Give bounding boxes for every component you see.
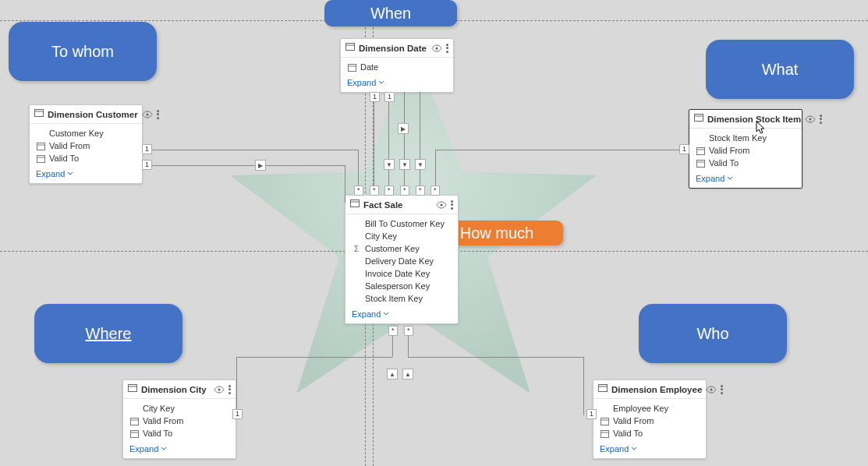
cardinality-one: 1: [232, 409, 243, 419]
svg-rect-19: [351, 200, 360, 207]
pill-label: When: [370, 5, 411, 23]
relationship-line[interactable]: [420, 92, 420, 195]
relationship-line[interactable]: [143, 165, 345, 166]
field-row: Valid To: [123, 427, 236, 440]
table-dimension-stock-item[interactable]: Dimension Stock Item Stock Item Key Vali…: [689, 109, 802, 189]
chevron-down-icon: [383, 311, 389, 317]
table-icon: [128, 383, 137, 395]
table-title: Dimension City: [141, 385, 210, 394]
field-row: Σ Customer Key: [345, 242, 458, 255]
field-label: City Key: [143, 404, 175, 413]
visibility-icon[interactable]: [436, 201, 447, 209]
field-row: Valid From: [123, 415, 236, 427]
field-row: Valid To: [30, 152, 142, 164]
field-row: City Key: [123, 402, 236, 415]
table-dimension-employee[interactable]: Dimension Employee Employee Key Valid Fr…: [593, 380, 707, 459]
svg-point-24: [218, 388, 220, 390]
relationship-line[interactable]: [143, 150, 358, 150]
expand-toggle[interactable]: Expand: [30, 166, 142, 183]
field-row: Valid To: [593, 427, 706, 440]
relationship-line[interactable]: [404, 92, 405, 195]
field-row: Employee Key: [593, 402, 706, 415]
cardinality-many: *: [400, 185, 409, 196]
expand-toggle[interactable]: Expand: [593, 441, 706, 458]
expand-toggle[interactable]: Expand: [689, 171, 802, 188]
table-header: Dimension City: [123, 380, 236, 399]
chevron-down-icon: [727, 175, 733, 182]
table-header: Fact Sale: [345, 196, 458, 214]
filter-direction-icon: ▼: [415, 159, 426, 170]
field-row: Stock Item Key: [345, 292, 458, 305]
svg-rect-10: [37, 155, 44, 162]
relationship-line[interactable]: [388, 92, 389, 195]
expand-toggle[interactable]: Expand: [341, 75, 453, 92]
relationship-line[interactable]: [236, 357, 392, 358]
field-label: Valid To: [49, 154, 79, 163]
sigma-icon: Σ: [352, 245, 361, 252]
more-options-icon[interactable]: [229, 385, 231, 394]
cardinality-one: 1: [586, 409, 597, 419]
svg-rect-5: [35, 110, 44, 117]
svg-point-31: [710, 388, 713, 390]
pill-label: How much: [460, 224, 533, 242]
pill-when: When: [324, 0, 457, 26]
calendar-icon: [347, 63, 356, 71]
field-label: Valid To: [143, 429, 172, 438]
relationship-line[interactable]: [408, 357, 583, 358]
table-header: Dimension Employee: [593, 380, 706, 399]
more-options-icon[interactable]: [451, 200, 453, 210]
pill-label: What: [762, 61, 799, 79]
svg-rect-15: [696, 147, 704, 154]
chevron-down-icon: [631, 446, 637, 452]
cardinality-many: *: [354, 185, 363, 196]
more-options-icon[interactable]: [446, 44, 448, 53]
svg-rect-27: [130, 430, 138, 437]
field-label: Customer Key: [49, 129, 104, 138]
filter-direction-icon: ▶: [398, 123, 409, 134]
calendar-icon: [129, 417, 139, 425]
calendar-icon: [36, 154, 45, 162]
field-label: Date: [360, 62, 378, 72]
relationship-line[interactable]: [236, 357, 237, 415]
svg-rect-3: [348, 64, 356, 71]
svg-point-14: [810, 118, 812, 120]
table-dimension-customer[interactable]: Dimension Customer Customer Key Valid Fr…: [29, 104, 143, 184]
more-options-icon[interactable]: [721, 385, 723, 394]
field-label: Valid From: [709, 146, 749, 155]
more-options-icon[interactable]: [820, 115, 822, 124]
svg-rect-17: [696, 160, 704, 167]
chevron-down-icon: [378, 79, 384, 86]
field-row: Valid From: [30, 139, 142, 152]
relationship-line[interactable]: [435, 150, 689, 150]
table-icon: [694, 113, 703, 125]
table-fact-sale[interactable]: Fact Sale Bill To Customer Key City Key …: [345, 195, 459, 324]
table-dimension-date[interactable]: Dimension Date Date Expand: [340, 38, 454, 93]
relationship-line[interactable]: [583, 357, 584, 415]
cardinality-one: 1: [370, 92, 380, 102]
relationship-line[interactable]: [345, 165, 345, 203]
relationship-line[interactable]: [374, 92, 374, 195]
calendar-icon: [600, 429, 609, 437]
pill-label: Who: [696, 325, 728, 343]
filter-direction-icon: ▶: [255, 160, 266, 171]
visibility-icon[interactable]: [214, 386, 225, 394]
calendar-icon: [696, 159, 705, 167]
table-icon: [598, 383, 608, 395]
svg-point-7: [146, 113, 148, 115]
table-dimension-city[interactable]: Dimension City City Key Valid From Valid…: [122, 380, 236, 459]
visibility-icon[interactable]: [142, 111, 153, 118]
visibility-icon[interactable]: [805, 115, 816, 123]
svg-point-2: [435, 47, 438, 49]
svg-rect-0: [346, 44, 355, 51]
pill-label: Where: [86, 325, 132, 343]
more-options-icon[interactable]: [157, 110, 159, 119]
cardinality-many: *: [430, 185, 440, 196]
expand-toggle[interactable]: Expand: [123, 441, 236, 458]
visibility-icon[interactable]: [431, 44, 442, 52]
visibility-icon[interactable]: [706, 386, 717, 394]
expand-toggle[interactable]: Expand: [345, 306, 458, 323]
svg-point-21: [440, 203, 442, 206]
filter-direction-icon: ▼: [399, 159, 410, 170]
field-label: City Key: [365, 231, 397, 241]
calendar-icon: [696, 147, 705, 154]
